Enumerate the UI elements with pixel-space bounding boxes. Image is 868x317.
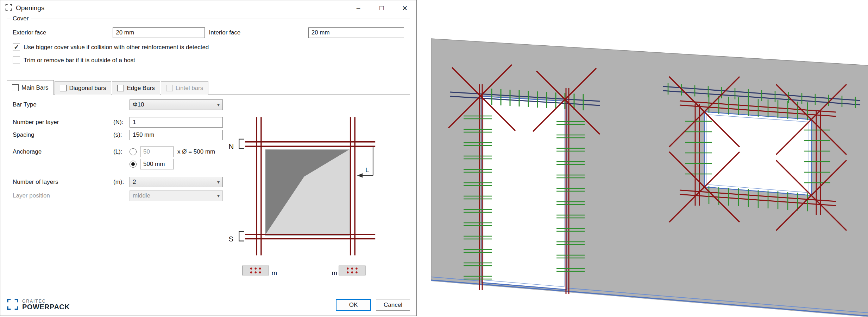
exterior-face-label: Exterior face	[13, 29, 113, 36]
graitec-logo-icon	[7, 298, 19, 312]
anchorage-factor-suffix: x Ø = 500 mm	[177, 148, 215, 155]
bars-tabstrip: Main Bars Diagonal bars Edge Bars Lintel…	[7, 80, 410, 95]
diagram-layer-box-right	[339, 266, 365, 275]
cover-group-label: Cover	[11, 15, 31, 22]
spacing-symbol: (s):	[113, 131, 130, 138]
diagram-south-bracket	[239, 232, 244, 241]
minimize-button[interactable]: –	[347, 0, 370, 16]
app-root: { "window": { "title": "Openings", "cont…	[0, 0, 868, 317]
exterior-face-input[interactable]: 20 mm	[113, 27, 205, 38]
bar-layout-diagram: N S L m m	[225, 115, 391, 280]
interior-face-label: Interior face	[205, 29, 308, 36]
checkbox-unchecked-icon	[13, 57, 20, 64]
trim-bar-checkbox[interactable]: Trim or remove bar if it is outside of a…	[13, 57, 404, 64]
spacing-input[interactable]: 150 mm	[130, 130, 223, 140]
bigger-cover-checkbox[interactable]: ✓ Use bigger cover value if collision wi…	[13, 44, 404, 51]
checkbox-checked-icon: ✓	[13, 44, 20, 51]
maximize-button[interactable]: □	[370, 0, 393, 16]
anchorage-length-input[interactable]: 500 mm	[140, 159, 174, 169]
3d-view-svg	[417, 0, 868, 317]
anchorage-factor-input[interactable]: 50	[140, 147, 174, 157]
anchorage-symbol: (L):	[113, 148, 130, 155]
diagram-north-bracket	[239, 139, 244, 149]
number-per-layer-input[interactable]: 1	[130, 117, 223, 128]
cover-group: Cover Exterior face 20 mm Interior face …	[7, 19, 410, 72]
trim-bar-label: Trim or remove bar if it is outside of a…	[24, 57, 135, 64]
bar-type-select[interactable]: Φ10 ▾	[130, 99, 223, 110]
dialog-titlebar[interactable]: Openings – □ ✕	[0, 0, 416, 16]
diagram-arrowhead-icon	[357, 173, 363, 178]
graitec-powerpack-logo: GRAITEC POWERPACK	[7, 298, 70, 312]
layer-position-label: Layer position	[13, 192, 113, 199]
ok-button[interactable]: OK	[336, 299, 371, 311]
dialog-title: Openings	[16, 4, 44, 12]
interior-face-input[interactable]: 20 mm	[308, 27, 404, 38]
dialog-footer: GRAITEC POWERPACK OK Cancel	[0, 294, 416, 316]
main-bars-panel: Bar Type Φ10 ▾ Number per layer (N): 1 S…	[7, 94, 410, 293]
number-of-layers-label: Number of layers	[13, 179, 113, 186]
3d-viewport[interactable]	[417, 0, 868, 317]
diagram-south-label: S	[228, 235, 233, 243]
bar-type-label: Bar Type	[13, 101, 113, 108]
tab-checkbox[interactable]	[12, 84, 19, 91]
anchorage-factor-radio[interactable]	[130, 148, 137, 155]
number-of-layers-symbol: (m):	[113, 179, 130, 186]
diagram-layer-label-right: m	[332, 269, 337, 277]
diagram-layer-label-left: m	[272, 269, 277, 277]
cancel-button[interactable]: Cancel	[376, 299, 410, 311]
bar-layout-diagram-svg: N S L m m	[225, 115, 391, 280]
tab-edge-bars[interactable]: Edge Bars	[112, 81, 160, 95]
number-per-layer-symbol: (N):	[113, 119, 130, 126]
tab-lintel-bars: Lintel bars	[161, 81, 208, 95]
layer-position-select: middle ▾	[130, 190, 223, 201]
window-opening	[704, 112, 811, 195]
diagram-layer-box-left	[243, 266, 269, 275]
diagram-north-label: N	[228, 143, 234, 150]
close-button[interactable]: ✕	[393, 0, 416, 16]
chevron-down-icon: ▾	[217, 193, 220, 199]
chevron-down-icon: ▾	[217, 102, 220, 108]
diagram-length-label: L	[365, 166, 369, 174]
door-opening	[482, 96, 566, 290]
tab-diagonal-bars[interactable]: Diagonal bars	[55, 81, 112, 95]
app-icon	[5, 4, 12, 12]
anchorage-label: Anchorage	[13, 148, 113, 155]
tab-checkbox	[166, 85, 173, 91]
tab-checkbox[interactable]	[60, 85, 67, 91]
openings-dialog: Openings – □ ✕ Cover Exterior face 20 mm…	[0, 0, 417, 316]
brand-powerpack: POWERPACK	[22, 303, 70, 311]
anchorage-length-radio[interactable]	[130, 161, 137, 168]
tab-checkbox[interactable]	[117, 85, 124, 91]
tab-main-bars[interactable]: Main Bars	[7, 80, 54, 95]
chevron-down-icon: ▾	[217, 179, 220, 185]
spacing-label: Spacing	[13, 131, 113, 138]
number-per-layer-label: Number per layer	[13, 119, 113, 126]
number-of-layers-select[interactable]: 2 ▾	[130, 177, 223, 187]
bigger-cover-label: Use bigger cover value if collision with…	[24, 44, 209, 51]
